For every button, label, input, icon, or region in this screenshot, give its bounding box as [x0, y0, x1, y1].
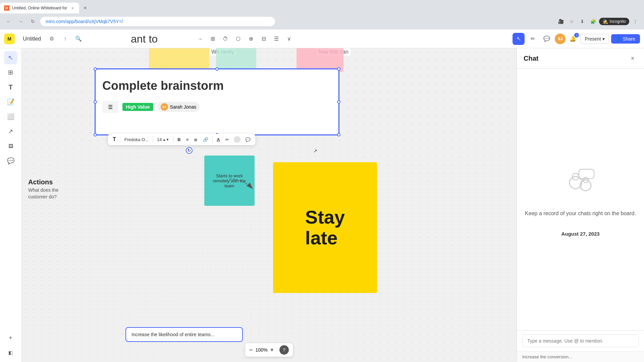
canvas-area[interactable]: We rarely how this can Complete brainsto… — [21, 48, 517, 362]
card-title: Complete brainstorm — [102, 79, 332, 93]
format-comment-btn[interactable]: 💬 — [243, 136, 253, 143]
center-tool-more[interactable]: ∨ — [283, 33, 295, 45]
tab-title: Untitled, Online Whiteboard for — [12, 6, 67, 10]
extensions-icon[interactable]: 🧩 — [588, 17, 598, 26]
format-highlight-btn[interactable]: ✏ — [223, 136, 231, 143]
format-divider-3 — [173, 136, 173, 143]
format-text-icon[interactable]: T — [111, 135, 118, 144]
back-button[interactable]: ← — [4, 17, 13, 26]
chat-input-area — [517, 330, 644, 351]
browser-tab[interactable]: M Untitled, Online Whiteboard for × — [0, 3, 79, 13]
chat-bottom-hint: Increase the conversion... — [517, 351, 644, 362]
new-tab-button[interactable]: + — [80, 3, 90, 13]
bookmark-icon[interactable]: ☆ — [567, 17, 576, 26]
center-tool-table[interactable]: ⊟ — [258, 33, 270, 45]
search-button[interactable]: 🔍 — [73, 34, 84, 44]
reload-button[interactable]: ↻ — [28, 17, 38, 26]
bottom-blue-card[interactable]: Increase the likelihood of entire teams.… — [125, 327, 243, 342]
miro-logo-mark: M — [4, 34, 15, 44]
selection-handle-br[interactable] — [337, 133, 340, 136]
sidebar-tool-sticky[interactable]: 📝 — [4, 95, 17, 109]
tab-close-btn[interactable]: × — [70, 5, 75, 11]
camera-off-icon: 🎥 — [556, 17, 566, 26]
settings-button[interactable]: ⚙ — [46, 34, 57, 44]
zoom-percent: 100% — [256, 347, 268, 353]
selection-handle-mr[interactable] — [337, 100, 340, 104]
center-tool-capture[interactable]: ⬡ — [232, 33, 244, 45]
board-title[interactable]: Untitled — [20, 35, 44, 43]
selection-handle-tl[interactable] — [94, 67, 97, 71]
zoom-in-btn[interactable]: + — [270, 347, 274, 354]
format-align-btn[interactable]: ≡ — [184, 136, 191, 143]
format-size-input[interactable]: 14 ▲▼ — [155, 136, 171, 143]
sidebar-tool-frames[interactable]: ⊞ — [4, 66, 17, 79]
share-icon: 👤 — [616, 36, 622, 42]
sidebar-tool-image[interactable]: 🖼 — [4, 139, 17, 153]
chat-illustration — [560, 163, 601, 203]
left-sidebar: ↖ ⊞ T 📝 ⬜ ↗ 🖼 💬 + ◧ — [0, 48, 21, 362]
notifications-button[interactable]: 🔔 1 — [568, 34, 578, 44]
search-icon: 🔍 — [75, 36, 82, 42]
chat-close-btn[interactable]: × — [628, 54, 637, 63]
center-tool-arrow[interactable]: → — [194, 33, 206, 45]
chrome-menu-icon[interactable]: ⋮ — [631, 17, 640, 26]
selection-handle-tr[interactable] — [337, 67, 340, 71]
zoom-controls: − 100% + ? — [245, 343, 293, 357]
user-tag: SJ Sarah Jonas — [157, 102, 200, 112]
selection-handle-tm[interactable] — [215, 67, 219, 71]
url-bar[interactable]: miro.com/app/board/uXjVMqk7V5Y=/ — [40, 17, 275, 26]
chat-panel: Chat × Keep a record of your chats right… — [517, 48, 644, 362]
cursor-indicator: ↗ — [313, 148, 317, 154]
chat-date: August 27, 2023 — [561, 231, 599, 237]
miro-logo[interactable]: M — [4, 34, 15, 44]
share-button[interactable]: 👤 Share — [611, 34, 640, 44]
size-stepper[interactable]: ▲▼ — [163, 138, 169, 141]
format-toolbar: T Fredoka O... 14 ▲▼ B ≡ ≣ 🔗 A ✏ 💬 — [108, 134, 255, 145]
sidebar-tool-collapse[interactable]: ◧ — [4, 346, 17, 359]
selection-handle-bl[interactable] — [94, 133, 97, 136]
color-circle[interactable] — [234, 136, 240, 143]
sidebar-tool-comment[interactable]: 💬 — [4, 154, 17, 168]
incognito-badge: 🕵 Incognito — [599, 18, 629, 25]
sidebar-tool-draw[interactable]: ↗ — [4, 125, 17, 138]
center-tool-frames[interactable]: ⊞ — [207, 33, 219, 45]
align-icon: ☰ — [102, 101, 118, 113]
format-divider-1 — [120, 136, 120, 143]
chat-title: Chat — [524, 55, 538, 62]
export-button[interactable]: ↑ — [60, 34, 70, 44]
format-list-btn[interactable]: ≣ — [192, 136, 200, 143]
present-button[interactable]: Present ▾ — [580, 34, 609, 44]
center-tool-textalign[interactable]: ☰ — [270, 33, 282, 45]
format-link-btn[interactable]: 🔗 — [201, 136, 210, 143]
selection-handle-ml[interactable] — [94, 100, 97, 104]
format-color-btn[interactable]: A — [215, 136, 222, 143]
sidebar-tool-select[interactable]: ↖ — [4, 51, 17, 64]
user-avatar-sm: SJ — [161, 103, 168, 111]
partial-text: ant to — [131, 33, 158, 45]
sidebar-tool-text[interactable]: T — [4, 80, 17, 94]
sidebar-tool-shapes[interactable]: ⬜ — [4, 110, 17, 123]
rotate-handle[interactable]: ↻ — [186, 147, 193, 154]
help-btn[interactable]: ? — [279, 345, 289, 355]
user-avatar[interactable]: SJ — [555, 34, 566, 44]
format-font-select[interactable]: Fredoka O... — [122, 136, 151, 143]
center-tool-timer[interactable]: ⏱ — [219, 33, 231, 45]
cursor-tool[interactable]: ↖ — [513, 33, 525, 45]
format-bold-btn[interactable]: B — [175, 136, 182, 143]
sidebar-tool-add[interactable]: + — [4, 331, 17, 345]
pen-tool[interactable]: ✏ — [527, 33, 539, 45]
download-icon[interactable]: ⬇ — [578, 17, 587, 26]
forward-button[interactable]: → — [16, 17, 25, 26]
zoom-out-btn[interactable]: − — [249, 347, 253, 354]
selected-card[interactable]: Complete brainstorm ☰ High Value SJ Sara… — [95, 68, 339, 135]
comment-tool[interactable]: 💬 — [541, 33, 553, 45]
actions-subtitle-line1: What does the — [28, 187, 58, 193]
center-tool-focus[interactable]: ⊕ — [245, 33, 257, 45]
format-divider-4 — [212, 136, 213, 143]
center-toolbar: → ⊞ ⏱ ⬡ ⊕ ⊟ ☰ ∨ — [194, 33, 295, 45]
chat-input[interactable] — [522, 335, 639, 347]
top-toolbar: M Untitled ⚙ ↑ 🔍 ant to → ⊞ ⏱ ⬡ ⊕ ⊟ ☰ ∨ … — [0, 29, 644, 48]
settings-icon: ⚙ — [49, 36, 54, 42]
tab-favicon: M — [4, 5, 9, 11]
present-dropdown-icon: ▾ — [602, 36, 605, 42]
